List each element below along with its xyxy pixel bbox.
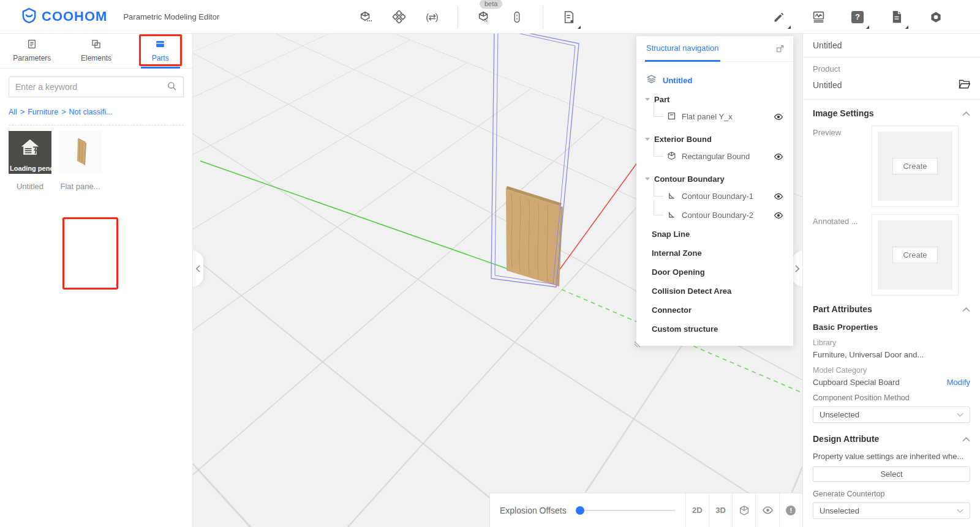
caret-down-icon xyxy=(645,98,650,101)
visibility-eye-icon[interactable] xyxy=(774,112,785,122)
explosion-offsets-slider[interactable] xyxy=(578,510,676,511)
toolbar-divider xyxy=(543,6,543,28)
tree-group-collision-detect-area[interactable]: Collision Detect Area xyxy=(652,282,785,301)
chevron-up-icon[interactable] xyxy=(962,111,970,116)
view-3d-button[interactable]: 3D xyxy=(709,493,732,527)
open-folder-icon[interactable] xyxy=(959,79,970,91)
tree-group-part[interactable]: Part xyxy=(645,91,785,107)
tree-item-contour-boundary-1[interactable]: Contour Boundary-1 xyxy=(652,187,785,206)
part-item-flat-panel[interactable]: Flat pane... xyxy=(59,131,102,191)
toolbar-center: (⇄) beta fx xyxy=(358,0,576,34)
breadcrumb-separator: > xyxy=(61,108,66,116)
tab-parts[interactable]: Parts xyxy=(128,34,192,68)
caret-down-icon xyxy=(645,138,650,141)
tab-label: Parameters xyxy=(13,54,51,62)
tab-elements[interactable]: Elements xyxy=(64,34,129,68)
modify-link[interactable]: Modify xyxy=(947,378,970,387)
breadcrumb-category[interactable]: Not classifi... xyxy=(69,108,113,116)
help-icon[interactable]: ? xyxy=(850,10,865,24)
tab-label: Elements xyxy=(81,54,111,62)
inherit-select-button[interactable]: Select xyxy=(813,466,970,482)
breadcrumb-furniture[interactable]: Furniture xyxy=(28,108,58,116)
warning-icon: ! xyxy=(786,506,796,515)
generate-countertop-label: Generate Countertop xyxy=(813,490,970,498)
tree-item-contour-boundary-2[interactable]: Contour Boundary-2 xyxy=(652,206,785,225)
right-properties-panel: Untitled Product Untitled Image Settings… xyxy=(802,34,980,527)
cube-view-button[interactable] xyxy=(732,493,755,527)
collapse-left-panel-handle[interactable] xyxy=(193,251,203,286)
part-item-label: Flat pane... xyxy=(60,182,100,191)
part-thumbnail-loading[interactable]: Loading pend xyxy=(9,131,51,174)
keyword-search xyxy=(9,77,184,97)
create-annotated-button[interactable]: Create xyxy=(892,247,937,263)
pencil-icon[interactable] xyxy=(772,10,786,24)
part-item-label: Untitled xyxy=(17,182,43,191)
activity-monitor-icon[interactable] xyxy=(811,10,826,24)
breadcrumb: All > Furniture > Not classifi... xyxy=(9,108,184,116)
chevron-up-icon[interactable] xyxy=(962,307,970,312)
warning-button[interactable]: ! xyxy=(779,493,802,527)
toolbar-divider xyxy=(458,6,458,28)
document-icon[interactable] xyxy=(889,10,904,24)
annotated-label: Annotated ... xyxy=(813,214,864,296)
caret-down-icon xyxy=(645,178,650,181)
create-preview-button[interactable]: Create xyxy=(892,158,937,174)
highlight-box-flat-panel xyxy=(62,217,118,290)
viewport-canvas[interactable]: Structural navigation Untitled Part xyxy=(193,34,802,527)
tree-item-rectangular-bound[interactable]: Rectangular Bound xyxy=(652,147,785,166)
visibility-button[interactable] xyxy=(755,493,778,527)
tree-group-internal-zone[interactable]: Internal Zone xyxy=(652,244,785,263)
tree-group-custom-structure[interactable]: Custom structure xyxy=(652,320,785,338)
tab-parameters[interactable]: Parameters xyxy=(0,34,64,68)
tree-group-exterior-bound[interactable]: Exterior Bound xyxy=(645,131,785,147)
parameters-icon xyxy=(27,39,37,51)
svg-text:fx: fx xyxy=(484,18,488,23)
beta-badge: beta xyxy=(480,0,502,9)
part-thumbnail-flat-panel[interactable] xyxy=(59,131,102,174)
tree-group-contour-boundary[interactable]: Contour Boundary xyxy=(645,171,785,187)
settings-nut-icon[interactable] xyxy=(929,10,943,24)
search-icon[interactable] xyxy=(167,81,177,94)
collapse-right-panel-handle[interactable] xyxy=(792,251,802,286)
contour-icon xyxy=(667,210,676,221)
visibility-eye-icon[interactable] xyxy=(774,152,785,162)
product-value: Untitled xyxy=(813,80,842,90)
tree-root-untitled[interactable]: Untitled xyxy=(646,74,785,86)
generate-countertop-select[interactable]: Unselected xyxy=(813,503,970,519)
component-position-select[interactable]: Unselected xyxy=(813,406,970,423)
tree-group-connector[interactable]: Connector xyxy=(652,301,785,320)
tree-item-flat-panel[interactable]: Flat panel Y_x xyxy=(652,107,785,126)
document-gear-icon[interactable] xyxy=(562,10,576,24)
part-attributes-header: Part Attributes xyxy=(813,304,970,314)
part-item-untitled[interactable]: Loading pend Untitled xyxy=(9,131,51,191)
preview-label: Preview xyxy=(813,125,864,207)
expand-panel-icon[interactable] xyxy=(775,44,785,53)
house-icon xyxy=(18,136,42,163)
cube-fx-icon[interactable]: beta fx xyxy=(477,10,491,24)
swap-parameters-icon[interactable]: (⇄) xyxy=(424,10,439,24)
model-category-label: Model Category xyxy=(813,366,970,375)
breadcrumb-all[interactable]: All xyxy=(9,108,17,116)
parts-list: Loading pend Untitled Flat p xyxy=(9,131,184,191)
tree-group-door-opening[interactable]: Door Opening xyxy=(652,263,785,282)
parts-icon xyxy=(155,39,165,51)
visibility-eye-icon[interactable] xyxy=(774,211,785,220)
image-settings-header: Image Settings xyxy=(813,108,970,118)
pattern-icon[interactable] xyxy=(391,10,406,24)
chevron-down-icon xyxy=(957,410,963,419)
product-label: Product xyxy=(813,64,970,73)
slider-handle[interactable] xyxy=(576,506,584,515)
logo-text: COOHOM xyxy=(42,9,107,24)
structural-nav-tab[interactable]: Structural navigation xyxy=(645,36,720,62)
product-section: Product Untitled xyxy=(803,58,980,100)
cube-dots-icon[interactable] xyxy=(358,10,373,24)
tree-group-snap-line[interactable]: Snap Line xyxy=(652,225,785,244)
search-input[interactable] xyxy=(15,82,167,92)
view-2d-button[interactable]: 2D xyxy=(685,493,709,527)
dashed-divider xyxy=(9,125,184,125)
chevron-up-icon[interactable] xyxy=(962,436,970,442)
library-value: Furniture, Universal Door and... xyxy=(813,350,970,359)
link-icon[interactable] xyxy=(510,10,524,24)
visibility-eye-icon[interactable] xyxy=(774,192,785,201)
panel-resize-handle[interactable] xyxy=(634,339,641,350)
